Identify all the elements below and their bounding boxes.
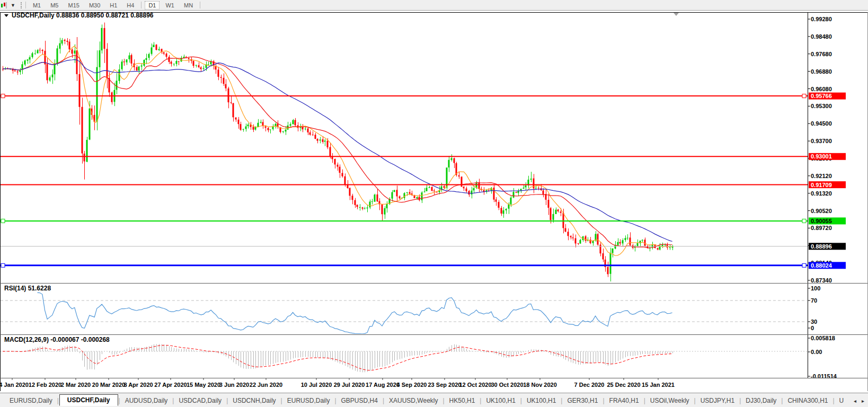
price-axis-label: 0.96080 <box>811 86 832 92</box>
price-axis-label: 0.90520 <box>811 208 832 214</box>
time-axis-label: 25 Dec 2020 <box>607 382 641 388</box>
tabs-scroll-right-icon[interactable]: ▸ <box>859 397 867 405</box>
tab-uk100-h1[interactable]: UK100,H1 <box>522 395 560 406</box>
rsi-label: RSI(14) 51.6228 <box>4 285 51 292</box>
toolbar-separator <box>25 2 26 8</box>
svg-text:0.88896: 0.88896 <box>811 243 832 250</box>
tab-china300-h1[interactable]: CHINA300,H1 <box>783 395 832 406</box>
price-axis-label: 0.99280 <box>811 16 832 22</box>
time-axis-label: 4 Sep 2020 <box>397 382 427 388</box>
tab-usdcad-daily[interactable]: USDCAD,Daily <box>174 395 226 406</box>
price-axis-label: 0.93700 <box>811 138 832 144</box>
line-handle <box>1 219 5 223</box>
price-tag-0.93001: 0.93001 <box>809 153 846 160</box>
timeframe-button-m15[interactable]: M15 <box>64 1 83 10</box>
price-axis-label: 0.98480 <box>811 33 832 40</box>
tab-dj30-daily[interactable]: DJ30,Daily <box>741 395 781 406</box>
tab-usoil-weekly[interactable]: USOil,Weekly <box>646 395 694 406</box>
svg-text:0.90055: 0.90055 <box>811 218 832 224</box>
price-axis-label: 0.97680 <box>811 51 832 57</box>
time-axis-label: 24 Jan 2020 <box>0 382 29 388</box>
tab-usdcnh-daily[interactable]: USDCNH,Daily <box>228 395 280 406</box>
time-axis-label: 18 Nov 2020 <box>523 382 557 388</box>
timeframe-toolbar: ▼ M1M5M15M30H1H4D1W1MN <box>0 0 868 11</box>
tab-xauusd-weekly[interactable]: XAUUSD,Weekly <box>385 395 442 406</box>
timeframe-button-h1[interactable]: H1 <box>106 1 121 10</box>
tab-fra40-h1[interactable]: FRA40,H1 <box>605 395 643 406</box>
macd-axis-label: 0.005818 <box>811 335 835 341</box>
time-axis-label: 30 Oct 2020 <box>491 382 523 388</box>
svg-text:0.93001: 0.93001 <box>811 153 832 160</box>
price-axis-label: 0.95300 <box>811 103 832 109</box>
line-handle <box>1 94 5 98</box>
timeframe-button-h4[interactable]: H4 <box>123 1 138 10</box>
toolbar-separator <box>141 2 141 8</box>
rsi-axis-label: 100 <box>811 285 820 291</box>
timeframe-buttons: M1M5M15M30H1H4D1W1MN <box>28 1 202 10</box>
line-handle <box>802 94 806 98</box>
macd-axis-label: 0.00 <box>811 349 822 355</box>
chart-background <box>0 11 868 393</box>
chart-canvas[interactable]: 0.992800.984800.976800.968800.960800.953… <box>0 11 868 393</box>
time-axis-label: 22 Jun 2020 <box>250 382 282 388</box>
time-axis-label: 23 Sep 2020 <box>428 382 462 388</box>
time-axis-label: 15 Jan 2021 <box>642 382 675 388</box>
svg-text:0.91709: 0.91709 <box>811 182 832 188</box>
line-handle <box>1 263 5 267</box>
price-axis-label: 0.92120 <box>811 173 832 179</box>
time-axis-label: 12 Oct 2020 <box>459 382 491 388</box>
time-axis-label: 8 Apr 2020 <box>123 382 153 388</box>
price-axis-label: 0.91320 <box>811 190 832 197</box>
rsi-axis-label: 30 <box>811 318 817 325</box>
tab-audusd-daily[interactable]: AUDUSD,Daily <box>121 395 172 406</box>
time-axis-label: 12 Feb 2020 <box>29 382 61 388</box>
timeframe-button-w1[interactable]: W1 <box>162 1 178 10</box>
current-price-tag: 0.88896 <box>809 243 846 250</box>
timeframe-button-mn[interactable]: MN <box>180 1 197 10</box>
line-handle <box>802 219 806 223</box>
price-axis-label: 0.87340 <box>811 277 832 284</box>
timeframe-button-m30[interactable]: M30 <box>85 1 104 10</box>
tab-usdchf-daily[interactable]: USDCHF,Daily <box>59 394 118 406</box>
price-tag-0.88024: 0.88024 <box>809 262 846 269</box>
time-axis-label: 2 Mar 2020 <box>61 382 91 388</box>
price-tag-0.91709: 0.91709 <box>809 181 846 188</box>
tabs-scroll-left-icon[interactable]: ◂ <box>851 397 859 405</box>
mt4-window: ▼ M1M5M15M30H1H4D1W1MN 0.992800.984800.9… <box>0 0 868 407</box>
tab-usdjpy-h1[interactable]: USDJPY,H1 <box>696 395 739 406</box>
toolbar-grip[interactable] <box>21 2 22 8</box>
tab-hk50-h1[interactable]: HK50,H1 <box>445 395 480 406</box>
price-axis-label: 0.96880 <box>811 68 832 75</box>
timeframe-button-m1[interactable]: M1 <box>29 1 45 10</box>
tab-eurusd-daily[interactable]: EURUSD,Daily <box>283 395 334 406</box>
toolbar-separator <box>200 2 200 8</box>
line-handle <box>802 263 806 267</box>
time-axis-label: 10 Jul 2020 <box>301 382 332 388</box>
tab-gbpusd-h4[interactable]: GBPUSD,H4 <box>337 395 382 406</box>
rsi-axis-label: 0 <box>811 325 814 331</box>
time-axis-label: 17 Aug 2020 <box>366 382 400 388</box>
tab-eurusd-daily[interactable]: EURUSD,Daily <box>5 395 57 406</box>
timeframe-button-d1[interactable]: D1 <box>145 1 160 10</box>
tab-uk100-h1[interactable]: UK100,H1 <box>482 395 519 406</box>
price-tag-0.95766: 0.95766 <box>809 93 846 100</box>
time-axis-label: 3 Jun 2020 <box>219 382 249 388</box>
svg-text:0.95766: 0.95766 <box>811 93 832 99</box>
price-axis-label: 0.89720 <box>811 225 832 231</box>
dropdown-arrow-icon[interactable]: ▼ <box>9 3 19 8</box>
macd-label: MACD(12,26,9) -0.000067 -0.000268 <box>4 336 110 343</box>
chart-window[interactable]: 0.992800.984800.976800.968800.960800.953… <box>0 11 868 393</box>
chart-tabs: EURUSD,Daily|USDCHF,Daily|AUDUSD,Daily|U… <box>0 393 868 407</box>
macd-axis-label: -0.011514 <box>811 373 837 379</box>
tab-overflow-partial[interactable]: U <box>835 395 848 406</box>
chart-type-icon[interactable] <box>1 2 9 9</box>
chart-title: USDCHF,Daily 0.88836 0.88950 0.88721 0.8… <box>12 12 154 19</box>
time-axis-label: 29 Jul 2020 <box>334 382 365 388</box>
price-tag-0.90055: 0.90055 <box>809 217 846 224</box>
time-axis-label: 7 Dec 2020 <box>574 382 605 388</box>
time-axis-label: 15 May 2020 <box>187 382 220 388</box>
timeframe-button-m5[interactable]: M5 <box>47 1 62 10</box>
tab-ger30-h1[interactable]: GER30,H1 <box>563 395 602 406</box>
time-axis-label: 20 Mar 2020 <box>92 382 125 388</box>
svg-text:0.88024: 0.88024 <box>811 262 832 269</box>
